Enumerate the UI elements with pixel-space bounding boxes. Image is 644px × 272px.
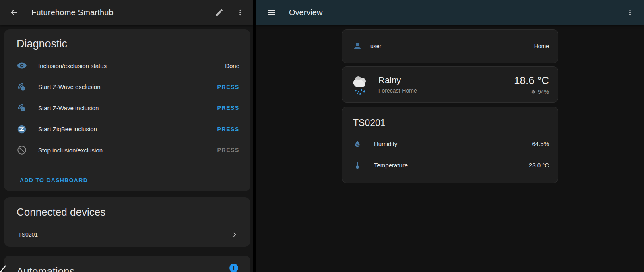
- connected-devices-title: Connected devices: [4, 197, 250, 224]
- sensor-value: 23.0 °C: [529, 162, 549, 169]
- chevron-right-icon: [230, 230, 239, 239]
- page-title: Futurehome Smarthub: [31, 8, 114, 17]
- sensor-label: Temperature: [374, 162, 408, 169]
- press-button[interactable]: PRESS: [217, 105, 239, 111]
- diagnostic-card-title: Diagnostic: [4, 29, 250, 55]
- overview-body: user Home: [256, 25, 644, 183]
- weather-condition: Rainy: [378, 75, 417, 86]
- eye-icon: [17, 60, 27, 71]
- row-start-zigbee-inclusion: Start ZigBee inclusion PRESS: [4, 119, 250, 140]
- weather-humidity: % 94%: [530, 89, 549, 95]
- user-card[interactable]: user Home: [342, 29, 558, 63]
- press-button-disabled: PRESS: [217, 147, 239, 153]
- overflow-menu-icon[interactable]: [235, 7, 246, 18]
- sensor-label: Humidity: [374, 140, 397, 147]
- row-label: Stop inclusion/exclusion: [38, 147, 103, 154]
- status-value: Done: [225, 62, 239, 69]
- device-detail-panel: Futurehome Smarthub Diagnostic Inclusion…: [0, 0, 253, 272]
- add-to-dashboard-button[interactable]: ADD TO DASHBOARD: [4, 169, 88, 191]
- sensor-value: 64.5%: [532, 140, 549, 147]
- back-arrow-icon[interactable]: [9, 7, 19, 18]
- overview-title: Overview: [289, 8, 322, 17]
- automations-title: Automations: [4, 256, 250, 272]
- overview-app-bar: Overview: [256, 0, 644, 25]
- thermometer-icon: [353, 161, 362, 170]
- row-label: Start Z-Wave inclusion: [38, 105, 99, 111]
- row-label: Inclusion/exclusion status: [38, 62, 107, 69]
- press-button[interactable]: PRESS: [217, 84, 239, 90]
- weather-card[interactable]: Rainy Forecast Home 18.6 °C % 94%: [342, 66, 558, 103]
- humidity-value: 94%: [538, 89, 549, 95]
- connected-devices-card: Connected devices TS0201: [4, 197, 250, 247]
- overflow-menu-icon[interactable]: [625, 7, 635, 18]
- zwave-icon: z: [17, 103, 27, 113]
- water-drop-icon: %: [530, 89, 536, 95]
- sensor-card-ts0201: TS0201 % Humidity 64.5%: [342, 107, 558, 183]
- add-automation-plus-icon[interactable]: [229, 263, 239, 272]
- user-location: Home: [534, 43, 549, 49]
- zwave-icon: z: [17, 82, 27, 92]
- device-row-ts0201[interactable]: TS0201: [4, 224, 250, 245]
- edit-pencil-icon[interactable]: [214, 7, 225, 18]
- svg-text:%: %: [356, 143, 359, 146]
- mouse-cursor: [0, 264, 7, 272]
- automations-card: Automations: [4, 256, 250, 272]
- left-panel-body: Diagnostic Inclusion/exclusion status Do…: [0, 25, 253, 272]
- zigbee-icon: [17, 124, 27, 134]
- screen: Futurehome Smarthub Diagnostic Inclusion…: [0, 0, 644, 272]
- diagnostic-card: Diagnostic Inclusion/exclusion status Do…: [4, 29, 250, 191]
- press-button[interactable]: PRESS: [217, 126, 239, 132]
- person-icon: [353, 41, 362, 51]
- row-start-zwave-inclusion: z Start Z-Wave inclusion PRESS: [4, 97, 250, 119]
- svg-text:z: z: [22, 87, 24, 90]
- row-label: Start Z-Wave exclusion: [38, 83, 101, 90]
- weather-subtitle: Forecast Home: [378, 87, 417, 94]
- overview-panel: Overview user Home: [256, 0, 644, 272]
- row-start-zwave-exclusion: z Start Z-Wave exclusion PRESS: [4, 76, 250, 98]
- row-stop-inclusion-exclusion: Stop inclusion/exclusion PRESS: [4, 140, 250, 161]
- row-label: Start ZigBee inclusion: [38, 126, 97, 132]
- humidity-row[interactable]: % Humidity 64.5%: [342, 133, 558, 155]
- user-name: user: [370, 43, 381, 49]
- block-icon: [17, 145, 27, 155]
- svg-text:z: z: [22, 107, 24, 111]
- sensor-card-title: TS0201: [342, 107, 558, 133]
- weather-text: Rainy Forecast Home: [378, 75, 417, 94]
- left-app-bar: Futurehome Smarthub: [0, 0, 253, 25]
- svg-text:%: %: [532, 91, 534, 93]
- row-inclusion-exclusion-status: Inclusion/exclusion status Done: [4, 55, 250, 76]
- device-name: TS0201: [18, 231, 38, 238]
- rainy-cloud-icon: [349, 73, 372, 96]
- temperature-row[interactable]: Temperature 23.0 °C: [342, 155, 558, 176]
- humidity-icon: %: [353, 140, 362, 148]
- weather-temperature: 18.6 °C: [514, 74, 549, 87]
- weather-readings: 18.6 °C % 94%: [514, 74, 549, 95]
- hamburger-menu-icon[interactable]: [266, 7, 277, 18]
